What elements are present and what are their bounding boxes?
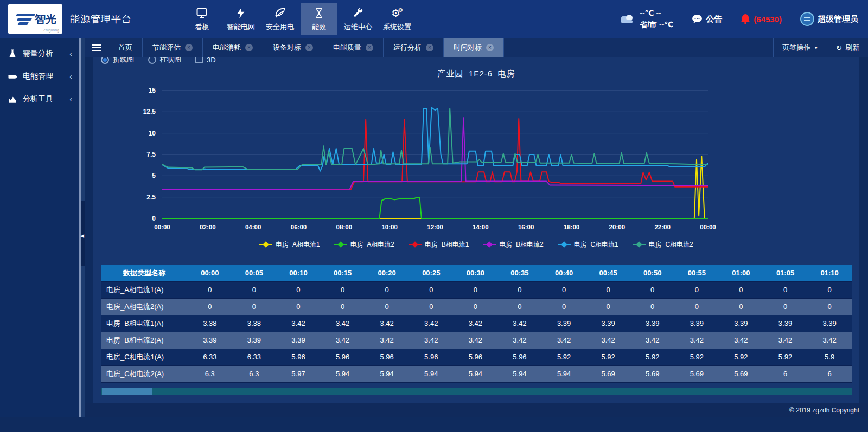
tab-close-icon[interactable]: × [366, 44, 373, 51]
radio-button-icon[interactable] [148, 57, 156, 64]
table-hscrollbar-thumb[interactable] [102, 388, 152, 395]
weather-widget: --℃ -- 省/市 --℃ [618, 8, 673, 30]
value-cell: 3.42 [586, 332, 630, 349]
legend-marker-icon [633, 242, 646, 247]
speech-bubble-icon [692, 14, 703, 24]
row-name-cell: 电房_A相电流1(A) [101, 281, 188, 298]
nav-item-1[interactable]: 看板 [183, 3, 220, 35]
nav-item-6[interactable]: ⚙⚙系统设置 [379, 3, 416, 35]
legend-label: 电房_B相电流1 [425, 240, 469, 249]
value-cell: 0 [586, 281, 630, 298]
tab-close-icon[interactable]: × [245, 44, 253, 51]
efficiency-hourglass-icon [313, 7, 325, 20]
copyright-text: © 2019 zgzdh Copyright [789, 407, 859, 414]
legend-item-电房_C相电流2[interactable]: 电房_C相电流2 [633, 240, 693, 249]
value-cell: 6 [807, 365, 852, 382]
table-header-name-col: 数据类型名称 [101, 265, 188, 281]
sidebar-collapse-arrow-icon[interactable]: ◀ [80, 232, 85, 240]
value-cell: 3.42 [719, 332, 763, 349]
tab-6[interactable]: 运行分析× [384, 38, 444, 57]
sidebar-item-1[interactable]: 需量分析‹ [0, 42, 79, 65]
legend-item-电房_B相电流2[interactable]: 电房_B相电流2 [483, 240, 543, 249]
table-header-time-col: 01:00 [719, 265, 763, 281]
tab-3[interactable]: 电能消耗× [203, 38, 263, 57]
demand-analysis-icon [7, 49, 18, 59]
sidebar-item-3[interactable]: 分析工具‹ [0, 88, 79, 111]
legend-marker-icon [259, 242, 272, 247]
tab-2[interactable]: 节能评估× [143, 38, 203, 57]
nav-item-3[interactable]: 安全用电 [261, 3, 298, 35]
x-axis-tick-label: 14:00 [473, 224, 488, 230]
y-axis-tick-label: 0 [152, 215, 156, 222]
value-cell: 0 [321, 298, 365, 315]
value-cell: 5.94 [365, 365, 409, 382]
value-cell: 3.39 [763, 315, 808, 332]
nav-item-label: 运维中心 [344, 22, 372, 32]
content-area: 折线图柱状图3D 产业园_1F2-6_电房 02.557.51012.51500… [85, 57, 868, 403]
value-cell: 0 [454, 281, 498, 298]
value-cell: 5.69 [675, 365, 719, 382]
table-header-time-col: 00:50 [630, 265, 675, 281]
value-cell: 0 [719, 281, 763, 298]
y-axis-tick-label: 12.5 [143, 108, 156, 115]
legend-item-电房_B相电流1[interactable]: 电房_B相电流1 [409, 240, 469, 249]
value-cell: 5.96 [409, 349, 454, 365]
value-cell: 5.92 [542, 349, 586, 365]
data-table-wrap: 数据类型名称00:0000:0500:1000:1500:2000:2500:3… [101, 265, 852, 395]
nav-item-2[interactable]: 智能电网 [222, 3, 259, 35]
chart-3d-checkbox[interactable]: 3D [195, 57, 216, 64]
brand-logo[interactable]: 智光 Zhiguang [8, 4, 62, 34]
checkbox-icon[interactable] [195, 57, 203, 63]
value-cell: 3.42 [763, 332, 808, 349]
value-cell: 5.69 [586, 365, 630, 382]
legend-label: 电房_C相电流1 [574, 240, 618, 249]
legend-item-电房_C相电流1[interactable]: 电房_C相电流1 [558, 240, 618, 249]
announcement-button[interactable]: 公告 [692, 14, 722, 24]
nav-item-5[interactable]: 运维中心 [340, 3, 376, 35]
legend-item-电房_A相电流1[interactable]: 电房_A相电流1 [259, 240, 320, 249]
tab-4[interactable]: 设备对标× [263, 38, 323, 57]
row-name-cell: 电房_C相电流1(A) [101, 349, 188, 365]
chart-type-radio-2[interactable]: 柱状图 [148, 57, 181, 65]
value-cell: 5.69 [630, 365, 675, 382]
tab-1[interactable]: 首页 [108, 38, 143, 57]
alert-count: (64530) [754, 15, 782, 24]
table-header-time-col: 00:00 [188, 265, 232, 281]
y-axis-tick-label: 5 [152, 172, 156, 179]
radio-button-icon[interactable] [101, 57, 109, 64]
value-cell: 3.42 [321, 332, 365, 349]
series-line-电房_C相电流1 [162, 108, 708, 171]
value-cell: 5.94 [497, 365, 542, 382]
value-cell: 0 [321, 281, 365, 298]
value-cell: 5.96 [365, 349, 409, 365]
value-cell: 5.94 [321, 365, 365, 382]
legend-item-电房_A相电流2[interactable]: 电房_A相电流2 [334, 240, 394, 249]
chart-type-radio-1[interactable]: 折线图 [101, 57, 134, 65]
table-hscrollbar-track[interactable] [101, 388, 852, 395]
chart-title: 产业园_1F2-6_电房 [101, 69, 852, 83]
refresh-button[interactable]: ↻ 刷新 [827, 38, 868, 57]
value-cell: 3.42 [321, 315, 365, 332]
footer: © 2019 zgzdh Copyright [85, 403, 868, 417]
header-right: --℃ -- 省/市 --℃ 公告 (64530) 超级管理员 [618, 0, 858, 38]
tab-5[interactable]: 电能质量× [323, 38, 384, 57]
nav-item-label: 系统设置 [383, 22, 411, 32]
table-header-time-col: 00:10 [276, 265, 321, 281]
tab-close-icon[interactable]: × [486, 44, 494, 51]
legend-label: 电房_A相电流2 [350, 240, 394, 249]
value-cell: 0 [675, 298, 719, 315]
value-cell: 3.42 [365, 315, 409, 332]
alerts-button[interactable]: (64530) [741, 14, 782, 24]
hamburger-menu-icon[interactable] [85, 38, 108, 57]
nav-item-label: 智能电网 [227, 22, 255, 32]
tab-close-icon[interactable]: × [185, 44, 193, 51]
value-cell: 3.42 [630, 332, 675, 349]
tab-operations-dropdown[interactable]: 页签操作 ▼ [773, 38, 827, 57]
user-menu[interactable]: 超级管理员 [800, 12, 858, 26]
tab-close-icon[interactable]: × [305, 44, 313, 51]
tab-close-icon[interactable]: × [426, 44, 433, 51]
sidebar-item-2[interactable]: 电能管理‹ [0, 65, 79, 88]
value-cell: 3.42 [454, 332, 498, 349]
tab-7[interactable]: 时间对标× [444, 38, 504, 57]
nav-item-4[interactable]: 能效 [301, 3, 337, 35]
